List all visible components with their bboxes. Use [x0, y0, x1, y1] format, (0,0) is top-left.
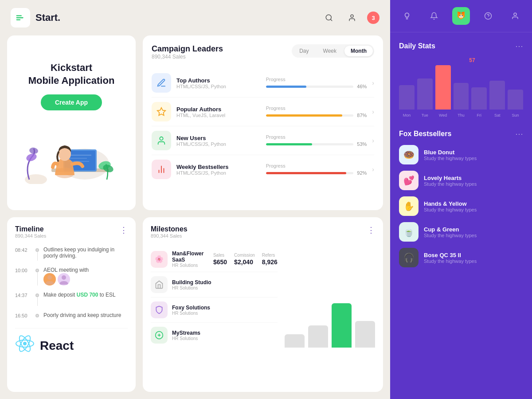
- campaign-row-1: Top Authors HTML/CSS/JS, Python Progress…: [152, 69, 374, 98]
- row-progress-4: Progress 92%: [266, 163, 367, 176]
- fox-bestsellers-title: Fox Bestsellers: [399, 130, 451, 138]
- progress-bar-bg-1: [266, 86, 354, 88]
- timeline-text-3: Make deposit USD 700 to ESL: [43, 292, 116, 306]
- rp-icon-fox[interactable]: [452, 7, 470, 25]
- milestone-row-4: MyStreams HR Solutions: [151, 323, 278, 348]
- notification-badge[interactable]: 3: [367, 12, 379, 24]
- avatar-2: [58, 273, 70, 286]
- campaign-header-left: Campaign Leaders 890,344 Sales: [152, 44, 223, 67]
- fox-item-3[interactable]: ✋ Hands & Yellow Study the highway types: [399, 196, 523, 216]
- campaign-row-4: Weekly Bestsellers HTML/CSS/JS, Python P…: [152, 155, 374, 184]
- timeline-dot-4: [35, 314, 39, 317]
- row-icon-users: [152, 131, 171, 150]
- app-title: Start.: [35, 12, 60, 23]
- timeline-time-2: 10:00: [15, 268, 31, 286]
- profile-button[interactable]: [344, 10, 360, 26]
- progress-bar-bg-3: [266, 143, 354, 145]
- stat-sales: Sales $650: [213, 253, 227, 266]
- milestone-name-3: Foxy Solutions: [172, 305, 278, 311]
- timeline-item-1: 08:42 Outlines keep you indulging in poo…: [15, 246, 128, 261]
- progress-bar-fill-3: [266, 143, 313, 145]
- bc-bar-thu: [454, 83, 469, 110]
- row-name-3: New Users: [176, 135, 261, 141]
- fox-item-img-2: 💕: [399, 171, 419, 190]
- fox-item-name-2: Lovely Hearts: [424, 175, 523, 181]
- fox-item-img-3: ✋: [399, 196, 419, 216]
- progress-bar-bg-2: [266, 114, 354, 117]
- row-tech-2: HTML, VueJS, Laravel: [176, 113, 261, 118]
- tab-day[interactable]: Day: [293, 46, 315, 56]
- milestones-list: 🌸 Man&Flower SaaS HR Solutions Sales $65…: [151, 246, 278, 348]
- milestone-type-1: HR Solutions: [172, 263, 209, 268]
- timeline-menu-button[interactable]: ⋮: [120, 225, 128, 235]
- row-chevron-2[interactable]: ›: [372, 108, 374, 115]
- timeline-item-2: 10:00 AEOL meeting with: [15, 267, 128, 286]
- main-area: Start. 3 Kickstart Mobile Application Cr…: [0, 0, 390, 399]
- create-app-button[interactable]: Create App: [41, 94, 102, 110]
- bc-bar-tue: [417, 78, 433, 110]
- milestone-type-2: HR Solutions: [172, 286, 278, 290]
- row-progress-2: Progress 87%: [266, 106, 367, 118]
- svg-point-7: [25, 152, 38, 162]
- rp-icon-bulb[interactable]: [398, 7, 416, 25]
- row-chevron-1[interactable]: ›: [372, 79, 374, 86]
- milestones-card: Milestones 890,344 Sales ⋮ 🌸 Man&Flower …: [143, 217, 383, 392]
- milestone-name-4: MyStreams: [172, 330, 278, 336]
- fox-item-info-5: Bose QC 35 II Study the highway types: [424, 252, 523, 264]
- milestone-row-2: Building Studio HR Solutions: [151, 272, 278, 297]
- milestone-icon-4: [151, 327, 168, 344]
- svg-point-42: [460, 17, 462, 18]
- svg-point-45: [514, 13, 516, 16]
- milestone-icon-3: [151, 301, 168, 318]
- bc-bar-sun: [508, 90, 523, 110]
- timeline-time-4: 16:50: [15, 313, 31, 318]
- fox-bestsellers-menu[interactable]: ⋯: [515, 129, 523, 139]
- campaign-card: Campaign Leaders 890,344 Sales Day Week …: [143, 35, 383, 210]
- milestones-chart-area: [285, 246, 375, 348]
- fox-item-1[interactable]: 🍩 Blue Donut Study the highway types: [399, 145, 523, 164]
- tab-week[interactable]: Week: [317, 46, 343, 56]
- header: Start. 3: [0, 0, 390, 35]
- search-button[interactable]: [321, 10, 337, 26]
- rp-icon-question[interactable]: [479, 7, 497, 25]
- bc-bar-fri: [471, 87, 487, 110]
- daily-stats-menu[interactable]: ⋯: [515, 41, 523, 51]
- timeline-time-1: 08:42: [15, 247, 31, 261]
- daily-stats-section: Daily Stats ⋯ 57 Mon Tue Wed Thu Fri Sat: [390, 32, 532, 122]
- fox-item-name-5: Bose QC 35 II: [424, 252, 523, 258]
- timeline-subtitle: 890,344 Sales: [15, 233, 46, 239]
- fox-item-4[interactable]: 🍵 Cup & Green Study the highway types: [399, 222, 523, 242]
- header-right: 3: [321, 10, 379, 26]
- chart-bar-4: [355, 321, 375, 348]
- row-chevron-3[interactable]: ›: [372, 137, 374, 144]
- chart-bar-3: [332, 303, 352, 348]
- milestone-type-3: HR Solutions: [172, 311, 278, 316]
- rp-icon-user[interactable]: [506, 7, 524, 25]
- bc-labels: Mon Tue Wed Thu Fri Sat Sun: [399, 113, 523, 117]
- tab-group: Day Week Month: [292, 44, 374, 58]
- timeline-dot-3: [35, 293, 39, 297]
- row-name-4: Weekly Bestsellers: [176, 164, 261, 170]
- fox-item-info-1: Blue Donut Study the highway types: [424, 149, 523, 161]
- milestones-menu-button[interactable]: ⋮: [367, 225, 375, 235]
- timeline-item-3: 14:37 Make deposit USD 700 to ESL: [15, 292, 128, 306]
- logo-icon: [11, 8, 30, 27]
- row-chevron-4[interactable]: ›: [372, 166, 374, 173]
- right-panel: Daily Stats ⋯ 57 Mon Tue Wed Thu Fri Sat: [390, 0, 532, 399]
- milestone-type-4: HR Solutions: [172, 336, 278, 341]
- fox-bestsellers-header: Fox Bestsellers ⋯: [399, 129, 523, 139]
- milestone-name-1: Man&Flower SaaS: [172, 250, 209, 263]
- row-icon-popular: [152, 102, 171, 121]
- svg-point-28: [62, 275, 66, 280]
- fox-item-5[interactable]: 🎧 Bose QC 35 II Study the highway types: [399, 248, 523, 267]
- progress-pct-1: 46%: [357, 84, 367, 89]
- milestones-content: 🌸 Man&Flower SaaS HR Solutions Sales $65…: [151, 246, 375, 348]
- svg-point-8: [29, 147, 39, 154]
- bc-label-fri: Fri: [471, 113, 487, 117]
- milestones-title: Milestones: [151, 225, 188, 233]
- avatar-1: [43, 273, 56, 286]
- fox-item-img-1: 🍩: [399, 145, 419, 164]
- rp-icon-bell[interactable]: [425, 7, 443, 25]
- tab-month[interactable]: Month: [344, 46, 373, 56]
- fox-item-2[interactable]: 💕 Lovely Hearts Study the highway types: [399, 171, 523, 190]
